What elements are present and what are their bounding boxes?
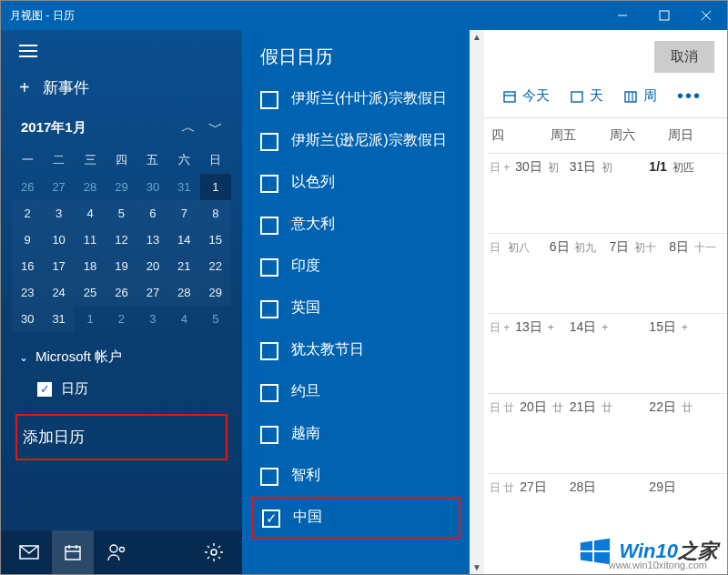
mini-day[interactable]: 17 (43, 253, 74, 279)
holiday-item[interactable]: 伊斯兰(逊尼派)宗教假日 (242, 120, 470, 162)
account-toggle[interactable]: ⌄ Microsoft 帐户 (1, 336, 242, 371)
mini-day[interactable]: 14 (168, 227, 199, 253)
hamburger-button[interactable] (1, 30, 242, 68)
minimize-button[interactable] (602, 1, 643, 30)
mini-day[interactable]: 29 (106, 174, 136, 200)
mini-day[interactable]: 3 (137, 306, 168, 332)
holiday-item[interactable]: 中国 (251, 497, 460, 539)
holiday-label: 越南 (291, 424, 320, 443)
week-view-button[interactable]: 周 (618, 84, 662, 108)
day-cell[interactable]: 14日 + (568, 314, 648, 393)
cancel-button[interactable]: 取消 (654, 41, 714, 73)
day-cell[interactable]: 6日 初九 (548, 234, 608, 313)
people-icon[interactable] (96, 530, 137, 574)
maximize-button[interactable] (643, 1, 685, 30)
holiday-label: 伊斯兰(逊尼派)宗教假日 (291, 131, 447, 150)
mini-day[interactable]: 23 (12, 279, 43, 306)
mini-day[interactable]: 27 (137, 279, 168, 306)
holiday-item[interactable]: 约旦 (242, 371, 470, 413)
holiday-item[interactable]: 伊斯兰(什叶派)宗教假日 (242, 78, 470, 120)
mini-day[interactable]: 10 (43, 227, 74, 253)
next-month-button[interactable]: ﹀ (202, 118, 229, 137)
mini-day[interactable]: 28 (75, 174, 106, 200)
mini-day[interactable]: 25 (75, 279, 106, 306)
today-button[interactable]: 今天 (497, 84, 555, 108)
mini-day[interactable]: 20 (137, 253, 168, 279)
close-button[interactable] (685, 1, 727, 30)
mini-day[interactable]: 21 (168, 253, 199, 279)
mini-day[interactable]: 2 (12, 200, 43, 227)
day-cell[interactable]: 日 + 13日 + (488, 314, 568, 393)
mini-day[interactable]: 1 (200, 174, 231, 200)
day-view-button[interactable]: 天 (564, 84, 609, 108)
mini-day[interactable]: 11 (75, 227, 106, 253)
calendar-checkbox-item[interactable]: ✓ 日历 (1, 371, 242, 407)
day-cell[interactable]: 日 廿 20日 廿 (488, 394, 568, 473)
holiday-item[interactable]: 越南 (242, 413, 470, 455)
mini-day[interactable]: 4 (75, 200, 106, 227)
mini-day[interactable]: 26 (12, 174, 43, 200)
day-cell[interactable]: 22日 廿 (647, 394, 727, 473)
day-cell[interactable]: 日 廿 27日 (488, 474, 568, 553)
svg-line-21 (218, 546, 220, 548)
day-cell[interactable]: 日 + 30日 初 (488, 154, 568, 233)
mini-day[interactable]: 2 (106, 306, 136, 332)
checkbox-icon (260, 175, 278, 193)
month-grid: 日 + 30日 初31日 初1/1 初匹日 初八6日 初九7日 初十8日 十一日… (470, 153, 727, 574)
holiday-item[interactable]: 以色列 (242, 162, 470, 204)
mini-day[interactable]: 16 (12, 253, 43, 279)
mini-day[interactable]: 5 (106, 200, 136, 227)
mini-day[interactable]: 19 (106, 253, 136, 279)
mini-day[interactable]: 13 (137, 227, 168, 253)
mini-day[interactable]: 1 (75, 306, 106, 332)
day-header: 周六 (610, 127, 669, 144)
day-cell[interactable]: 8日 十一 (667, 234, 727, 313)
calendar-icon[interactable] (52, 530, 94, 574)
mini-day[interactable]: 26 (106, 279, 136, 306)
holiday-item[interactable]: 英国 (242, 288, 470, 329)
more-button[interactable]: ••• (672, 86, 707, 106)
holiday-item[interactable]: 犹太教节日 (242, 329, 470, 371)
mini-day[interactable]: 6 (137, 200, 168, 227)
mail-icon[interactable] (8, 530, 50, 574)
new-event-button[interactable]: + 新事件 (1, 68, 242, 115)
holiday-item[interactable]: 印度 (242, 246, 470, 288)
mini-day[interactable]: 30 (137, 174, 168, 200)
holiday-item[interactable]: 意大利 (242, 204, 470, 246)
svg-line-22 (207, 557, 209, 559)
mini-day[interactable]: 15 (200, 227, 231, 253)
day-cell[interactable]: 21日 廿 (568, 394, 648, 473)
day-cell[interactable]: 31日 初 (568, 154, 648, 233)
mini-day[interactable]: 31 (168, 174, 199, 200)
day-cell[interactable]: 日 初八 (488, 234, 548, 313)
mini-day[interactable]: 5 (200, 306, 231, 332)
holiday-item[interactable]: 智利 (242, 455, 470, 497)
settings-icon[interactable] (193, 530, 235, 574)
mini-day[interactable]: 30 (12, 306, 43, 332)
mini-day[interactable]: 4 (168, 306, 199, 332)
day-cell[interactable]: 7日 初十 (608, 234, 668, 313)
holiday-label: 约旦 (291, 382, 320, 401)
mini-day[interactable]: 8 (200, 200, 231, 227)
mini-day[interactable]: 12 (106, 227, 136, 253)
add-calendar-button[interactable]: 添加日历 (15, 414, 228, 460)
mini-day[interactable]: 31 (43, 306, 74, 332)
mini-day[interactable]: 7 (168, 200, 199, 227)
scrollbar[interactable]: ▲ ▼ (470, 30, 484, 574)
mini-day[interactable]: 22 (200, 253, 231, 279)
mini-day[interactable]: 27 (43, 174, 74, 200)
mini-day[interactable]: 9 (12, 227, 43, 253)
holiday-calendar-panel: 假日日历 伊斯兰(什叶派)宗教假日伊斯兰(逊尼派)宗教假日以色列意大利印度英国犹… (242, 30, 470, 574)
mini-day[interactable]: 28 (168, 279, 199, 306)
checkbox-checked-icon: ✓ (37, 382, 52, 397)
day-cell[interactable]: 1/1 初匹 (647, 154, 727, 233)
prev-month-button[interactable]: ︿ (175, 118, 202, 137)
mini-day[interactable]: 3 (43, 200, 74, 227)
svg-marker-29 (581, 541, 592, 550)
mini-day[interactable]: 29 (200, 279, 231, 306)
mini-day[interactable]: 24 (43, 279, 74, 306)
day-cell[interactable]: 15日 + (647, 314, 727, 393)
day-header: 周五 (551, 127, 610, 144)
mini-day[interactable]: 18 (75, 253, 106, 279)
plus-icon: + (19, 77, 30, 98)
